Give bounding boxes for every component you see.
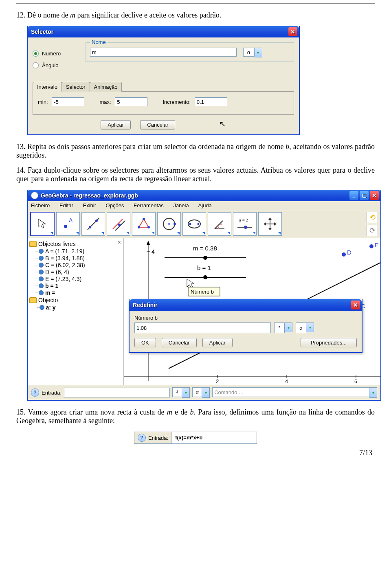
- redef-input[interactable]: [134, 323, 271, 333]
- tool-move-view[interactable]: [258, 212, 282, 236]
- tab-animacao[interactable]: Animação: [90, 82, 122, 92]
- alpha-dropdown-button[interactable]: ▾: [255, 48, 262, 57]
- svg-point-41: [203, 256, 207, 260]
- svg-marker-25: [268, 228, 272, 230]
- ggb-close-button[interactable]: ✕: [370, 191, 379, 200]
- menu-ajuda[interactable]: Ajuda: [198, 202, 212, 208]
- svg-text:E: E: [375, 241, 379, 248]
- step-15: 15. Vamos agora criar uma nova recta à c…: [16, 408, 375, 425]
- tool-move[interactable]: [30, 212, 55, 236]
- svg-point-4: [95, 219, 98, 222]
- redef-props-button[interactable]: Propriedades...: [301, 338, 357, 347]
- snippet-help-icon[interactable]: ?: [138, 434, 146, 442]
- graphics-view[interactable]: 4 2 4 6 m = 0.38 b = 1: [124, 238, 380, 385]
- obj-b[interactable]: ┈b = 1: [35, 283, 123, 289]
- text-cursor-icon: [203, 435, 203, 441]
- svg-text:D: D: [347, 249, 351, 256]
- redef-apply-button[interactable]: Aplicar: [202, 338, 233, 347]
- entrada-sq-dropdown[interactable]: ▾: [182, 387, 190, 398]
- maximize-button[interactable]: ▢: [360, 191, 369, 200]
- circle-icon: [161, 216, 177, 232]
- entrada-snippet: ? Entrada: f(x)=m*x+b: [134, 432, 257, 444]
- algebra-view[interactable]: × Objectos livres ┈A = (1.71, 2.19) ┈B =…: [28, 238, 124, 385]
- redef-ok-button[interactable]: OK: [134, 338, 156, 347]
- svg-point-16: [189, 223, 191, 225]
- comando-combo[interactable]: [212, 387, 369, 397]
- svg-text:A: A: [69, 217, 73, 224]
- menu-janela[interactable]: Janela: [173, 202, 189, 208]
- tool-perpendicular[interactable]: [107, 212, 130, 236]
- folder-dep[interactable]: Objecto: [29, 297, 123, 303]
- obj-D[interactable]: ┈D = (6, 4): [35, 269, 123, 275]
- folder-free[interactable]: Objectos livres: [29, 241, 123, 247]
- aplicar-button[interactable]: Aplicar: [101, 120, 131, 129]
- min-input[interactable]: [52, 97, 84, 106]
- obj-C[interactable]: ┈C = (6.02, 2.38): [35, 262, 123, 268]
- redef-alpha-dropdown[interactable]: ▾: [306, 323, 314, 332]
- step-13-prefix: 13. Repita os dois passos anteriores par…: [16, 143, 286, 151]
- cancelar-button[interactable]: Cancelar: [140, 120, 175, 129]
- svg-marker-27: [274, 222, 277, 226]
- entrada-input[interactable]: [64, 388, 170, 397]
- svg-point-0: [64, 225, 67, 228]
- max-input[interactable]: [115, 97, 147, 106]
- tab-body-intervalo: min: max: Incremento:: [33, 91, 294, 115]
- redef-close-button[interactable]: ✕: [351, 301, 360, 309]
- selector-title: Selector: [31, 29, 287, 35]
- step-12-prefix: 12. Dê o nome de: [16, 11, 70, 19]
- ggb-input-bar: ? Entrada: ² ▾ α ▾ ▾: [28, 385, 380, 400]
- ggb-title: GeoGebra - regressao_explorar.ggb: [41, 192, 348, 199]
- step-13: 13. Repita os dois passos anteriores par…: [16, 143, 375, 160]
- tool-polygon[interactable]: [132, 212, 156, 236]
- close-button[interactable]: ✕: [288, 27, 297, 36]
- radio-numero[interactable]: Número: [33, 50, 86, 57]
- entrada-alpha-display: α: [192, 387, 202, 397]
- tool-line[interactable]: [81, 212, 105, 236]
- obj-m[interactable]: ┈m =: [35, 290, 123, 296]
- tool-slider[interactable]: a = 2: [233, 212, 257, 236]
- svg-text:m = 0.38: m = 0.38: [193, 245, 217, 252]
- radio-numero-label: Número: [42, 50, 61, 57]
- obj-A[interactable]: ┈A = (1.71, 2.19): [35, 248, 123, 255]
- point-bullet-icon: [39, 249, 44, 254]
- point-bullet-icon: [39, 263, 44, 268]
- comando-dropdown[interactable]: ▾: [369, 387, 377, 398]
- obj-B[interactable]: ┈B = (3.94, 1.88): [35, 255, 123, 261]
- svg-line-5: [113, 219, 123, 229]
- svg-point-48: [342, 252, 346, 257]
- obj-E[interactable]: ┈E = (7.23, 4.3): [35, 276, 123, 282]
- redef-titlebar[interactable]: Redefinir ✕: [130, 299, 362, 311]
- help-icon[interactable]: ?: [31, 388, 39, 397]
- svg-text:2: 2: [216, 378, 219, 384]
- geogebra-window: GeoGebra - regressao_explorar.ggb _ ▢ ✕ …: [27, 190, 381, 401]
- redo-button[interactable]: ⟳: [367, 225, 378, 236]
- svg-point-13: [168, 223, 170, 225]
- obj-a[interactable]: └a: y: [35, 304, 123, 311]
- tool-circle[interactable]: [157, 212, 181, 236]
- menu-opcoes[interactable]: Opções: [106, 202, 124, 208]
- selector-titlebar[interactable]: Selector ✕: [28, 26, 299, 37]
- minimize-button[interactable]: _: [349, 191, 358, 200]
- tool-ellipse[interactable]: [182, 212, 206, 236]
- conic-icon: [186, 216, 202, 232]
- name-input[interactable]: [90, 48, 237, 57]
- polygon-icon: [136, 216, 152, 232]
- redef-cancel-button[interactable]: Cancelar: [162, 338, 197, 347]
- menu-ficheiro[interactable]: Ficheiro: [31, 202, 50, 208]
- incr-input[interactable]: [195, 97, 227, 106]
- entrada-alpha-dropdown[interactable]: ▾: [202, 387, 210, 398]
- menu-editar[interactable]: Editar: [59, 202, 73, 208]
- tab-selector[interactable]: Selector: [62, 82, 90, 92]
- step-13-var: b: [286, 143, 289, 151]
- tool-point[interactable]: A: [56, 212, 80, 236]
- tool-angle[interactable]: α: [208, 212, 231, 236]
- algebra-close-button[interactable]: ×: [118, 239, 121, 246]
- ggb-titlebar[interactable]: GeoGebra - regressao_explorar.ggb _ ▢ ✕: [28, 190, 380, 201]
- radio-angulo[interactable]: Ângulo: [33, 62, 86, 68]
- redef-square-dropdown[interactable]: ▾: [285, 323, 292, 332]
- snippet-entrada-label: Entrada:: [148, 435, 168, 441]
- tab-intervalo[interactable]: Intervalo: [33, 82, 62, 92]
- menu-ferramentas[interactable]: Ferramentas: [134, 202, 164, 208]
- undo-button[interactable]: ⟲: [367, 212, 378, 223]
- menu-exibir[interactable]: Exibir: [83, 202, 96, 208]
